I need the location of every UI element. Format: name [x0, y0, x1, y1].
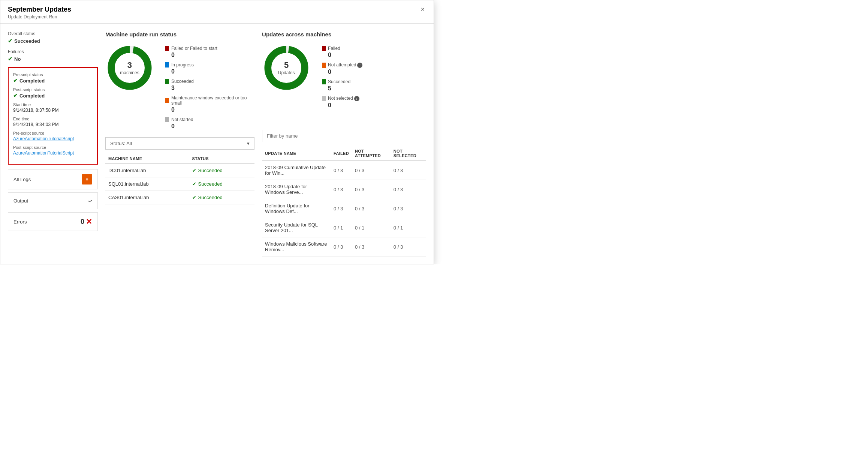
output-label: Output	[13, 198, 28, 204]
prescript-box: Pre-script status ✔ Completed Post-scrip…	[8, 67, 98, 165]
info-icon[interactable]: i	[357, 63, 362, 68]
prescript-source-label: Pre-script source	[13, 131, 93, 135]
machine-chart-title: Machine update run status	[105, 31, 254, 38]
legend-header: In progress	[165, 62, 254, 68]
dialog-title: September Updates	[8, 6, 71, 14]
update-not-selected: 0 / 3	[391, 199, 426, 218]
updates-donut-number: 5	[278, 60, 295, 70]
legend-value: 3	[165, 85, 254, 92]
prescript-source-row: Pre-script source AzureAutomationTutoria…	[13, 131, 93, 141]
dialog-body: Overall status ✔ Succeeded Failures ✔ No…	[0, 24, 434, 264]
legend-item: Not attemptedi 0	[322, 62, 362, 75]
column-header: STATUS	[189, 154, 254, 164]
table-row: Security Update for SQL Server 201... 0 …	[262, 218, 426, 237]
all-logs-box[interactable]: All Logs ≡	[8, 169, 98, 189]
legend-header: Not selectedi	[322, 96, 362, 101]
column-header: NOT SELECTED	[391, 147, 426, 160]
errors-label: Errors	[13, 219, 27, 225]
machine-name: CAS01.internal.lab	[105, 191, 189, 204]
legend-color-bar	[165, 98, 169, 103]
middle-panel: Machine update run status 3 machines	[105, 31, 254, 256]
table-row: SQL01.internal.lab ✔ Succeeded	[105, 177, 254, 191]
update-not-selected: 0 / 3	[391, 180, 426, 199]
machine-charts-row: 3 machines Failed or Failed to start 0 I…	[105, 44, 254, 130]
machine-name: SQL01.internal.lab	[105, 177, 189, 191]
legend-header: Succeeded	[322, 79, 362, 84]
update-not-attempted: 0 / 3	[352, 199, 391, 218]
legend-header: Maintenance window exceeded or too small	[165, 95, 254, 106]
update-not-attempted: 0 / 3	[352, 180, 391, 199]
updates-table-header: UPDATE NAMEFAILEDNOT ATTEMPTEDNOT SELECT…	[262, 147, 426, 160]
postscript-source-label: Post-script source	[13, 145, 93, 150]
errors-count: 0 ✕	[81, 217, 92, 226]
succeeded-badge: ✔ Succeeded	[192, 195, 251, 200]
check-icon: ✔	[8, 38, 12, 44]
update-not-selected: 0 / 3	[391, 237, 426, 256]
legend-header: Failed	[322, 46, 362, 51]
legend-item: In progress 0	[165, 62, 254, 75]
update-not-attempted: 0 / 3	[352, 237, 391, 256]
start-time-value: 9/14/2018, 8:37:58 PM	[13, 108, 93, 113]
end-time-row: End time 9/14/2018, 9:34:03 PM	[13, 117, 93, 127]
updates-chart-title: Updates across machines	[262, 31, 426, 38]
machine-donut: 3 machines	[105, 44, 154, 92]
status-dropdown[interactable]: Status: All ▾	[105, 137, 254, 150]
legend-value: 0	[322, 52, 362, 58]
overall-status-value: ✔ Succeeded	[8, 38, 98, 44]
legend-value: 0	[165, 123, 254, 130]
machines-table: MACHINE NAMESTATUS DC01.internal.lab ✔ S…	[105, 154, 254, 204]
legend-color-bar	[165, 62, 169, 68]
start-time-row: Start time 9/14/2018, 8:37:58 PM	[13, 102, 93, 113]
column-header: FAILED	[331, 147, 352, 160]
update-failed: 0 / 3	[331, 160, 352, 180]
updates-charts-row: 5 Updates Failed 0 Not attemptedi 0 Succ…	[262, 44, 426, 109]
legend-item: Not selectedi 0	[322, 96, 362, 109]
check-icon-prescript: ✔	[13, 78, 18, 84]
check-icon-postscript: ✔	[13, 93, 18, 99]
filter-name-input[interactable]	[262, 130, 426, 142]
legend-label: In progress	[171, 62, 194, 68]
succeeded-badge: ✔ Succeeded	[192, 168, 251, 173]
machine-status: ✔ Succeeded	[189, 164, 254, 177]
legend-item: Maintenance window exceeded or too small…	[165, 95, 254, 113]
succeeded-badge: ✔ Succeeded	[192, 181, 251, 187]
postscript-source-row: Post-script source AzureAutomationTutori…	[13, 145, 93, 156]
prescript-status-row: Pre-script status ✔ Completed	[13, 72, 93, 84]
machine-status: ✔ Succeeded	[189, 191, 254, 204]
postscript-source-link[interactable]: AzureAutomationTutorialScript	[13, 150, 93, 156]
legend-item: Not started 0	[165, 117, 254, 130]
legend-value: 5	[322, 85, 362, 92]
errors-box[interactable]: Errors 0 ✕	[8, 212, 98, 231]
prescript-source-link[interactable]: AzureAutomationTutorialScript	[13, 136, 93, 141]
machine-donut-text: machines	[120, 70, 139, 75]
header-text: September Updates Update Deployment Run	[8, 6, 71, 20]
table-row: 2018-09 Update for Windows Serve... 0 / …	[262, 180, 426, 199]
dialog-container: September Updates Update Deployment Run …	[0, 0, 434, 264]
info-icon[interactable]: i	[354, 96, 359, 101]
overall-status-label: Overall status	[8, 31, 98, 36]
legend-item: Succeeded 3	[165, 79, 254, 92]
legend-color-bar	[322, 46, 326, 51]
machine-donut-number: 3	[120, 60, 139, 70]
legend-color-bar	[322, 96, 326, 101]
update-failed: 0 / 3	[331, 180, 352, 199]
update-not-attempted: 0 / 1	[352, 218, 391, 237]
legend-color-bar	[322, 79, 326, 84]
start-time-label: Start time	[13, 102, 93, 107]
updates-table: UPDATE NAMEFAILEDNOT ATTEMPTEDNOT SELECT…	[262, 147, 426, 256]
updates-table-body: 2018-09 Cumulative Update for Win... 0 /…	[262, 160, 426, 256]
machine-name: DC01.internal.lab	[105, 164, 189, 177]
machines-table-body: DC01.internal.lab ✔ Succeeded SQL01.inte…	[105, 164, 254, 204]
legend-item: Succeeded 5	[322, 79, 362, 92]
dialog-header: September Updates Update Deployment Run …	[0, 0, 434, 24]
legend-color-bar	[165, 117, 169, 122]
close-button[interactable]: ×	[419, 6, 426, 14]
check-icon: ✔	[192, 168, 196, 173]
legend-item: Failed or Failed to start 0	[165, 46, 254, 58]
check-icon: ✔	[192, 181, 196, 187]
check-icon-failures: ✔	[8, 56, 12, 62]
output-box[interactable]: Output ⤻	[8, 192, 98, 209]
output-icon: ⤻	[87, 197, 92, 204]
legend-label: Maintenance window exceeded or too small	[171, 95, 254, 106]
end-time-label: End time	[13, 117, 93, 121]
